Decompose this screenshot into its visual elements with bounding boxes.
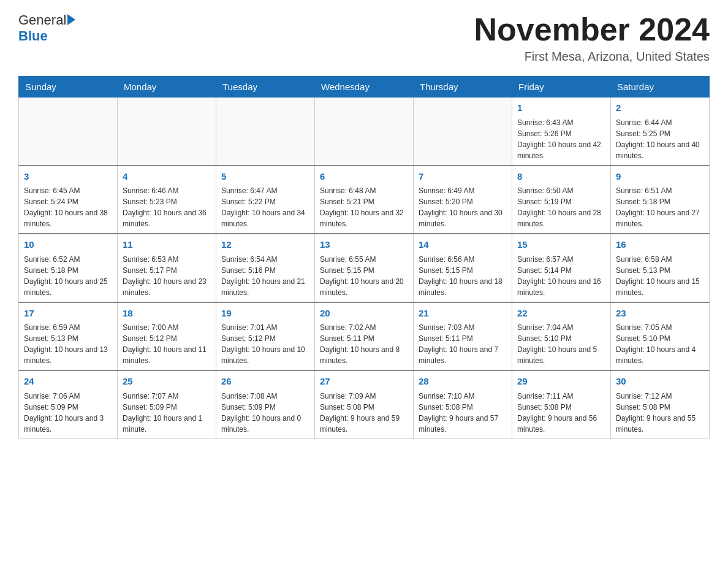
calendar-day-cell: 30Sunrise: 7:12 AM Sunset: 5:08 PM Dayli… bbox=[611, 370, 710, 439]
calendar-day-cell bbox=[414, 98, 512, 166]
calendar-header-friday: Friday bbox=[512, 77, 611, 98]
day-number: 3 bbox=[24, 170, 112, 184]
day-info: Sunrise: 6:59 AM Sunset: 5:13 PM Dayligh… bbox=[24, 322, 112, 366]
day-number: 10 bbox=[24, 238, 112, 252]
location-subtitle: First Mesa, Arizona, United States bbox=[474, 50, 710, 64]
calendar-day-cell: 28Sunrise: 7:10 AM Sunset: 5:08 PM Dayli… bbox=[414, 370, 512, 439]
day-number: 4 bbox=[123, 170, 211, 184]
calendar-day-cell: 13Sunrise: 6:55 AM Sunset: 5:15 PM Dayli… bbox=[315, 234, 414, 302]
calendar-day-cell: 23Sunrise: 7:05 AM Sunset: 5:10 PM Dayli… bbox=[611, 302, 710, 371]
day-number: 7 bbox=[419, 170, 507, 184]
day-info: Sunrise: 7:01 AM Sunset: 5:12 PM Dayligh… bbox=[221, 322, 309, 366]
calendar-day-cell: 21Sunrise: 7:03 AM Sunset: 5:11 PM Dayli… bbox=[414, 302, 512, 371]
calendar-day-cell: 17Sunrise: 6:59 AM Sunset: 5:13 PM Dayli… bbox=[19, 302, 118, 371]
day-number: 6 bbox=[320, 170, 408, 184]
day-info: Sunrise: 6:54 AM Sunset: 5:16 PM Dayligh… bbox=[221, 254, 309, 298]
day-number: 9 bbox=[616, 170, 704, 184]
day-number: 18 bbox=[123, 307, 211, 321]
calendar-day-cell: 22Sunrise: 7:04 AM Sunset: 5:10 PM Dayli… bbox=[512, 302, 611, 371]
calendar-header-tuesday: Tuesday bbox=[216, 77, 315, 98]
logo-triangle-icon bbox=[67, 14, 75, 25]
day-info: Sunrise: 6:44 AM Sunset: 5:25 PM Dayligh… bbox=[616, 117, 704, 161]
day-number: 28 bbox=[419, 375, 507, 389]
day-info: Sunrise: 7:07 AM Sunset: 5:09 PM Dayligh… bbox=[123, 391, 211, 435]
day-number: 30 bbox=[616, 375, 704, 389]
day-info: Sunrise: 7:00 AM Sunset: 5:12 PM Dayligh… bbox=[123, 322, 211, 366]
day-info: Sunrise: 7:11 AM Sunset: 5:08 PM Dayligh… bbox=[517, 391, 605, 435]
calendar-header-thursday: Thursday bbox=[414, 77, 512, 98]
day-number: 1 bbox=[517, 101, 605, 115]
calendar-header-monday: Monday bbox=[118, 77, 216, 98]
logo-blue-text: Blue bbox=[18, 28, 48, 44]
day-number: 12 bbox=[221, 238, 309, 252]
day-info: Sunrise: 6:55 AM Sunset: 5:15 PM Dayligh… bbox=[320, 254, 408, 298]
day-info: Sunrise: 7:03 AM Sunset: 5:11 PM Dayligh… bbox=[419, 322, 507, 366]
day-info: Sunrise: 6:57 AM Sunset: 5:14 PM Dayligh… bbox=[517, 254, 605, 298]
day-info: Sunrise: 6:53 AM Sunset: 5:17 PM Dayligh… bbox=[123, 254, 211, 298]
calendar-header-row: SundayMondayTuesdayWednesdayThursdayFrid… bbox=[19, 77, 710, 98]
calendar-day-cell: 3Sunrise: 6:45 AM Sunset: 5:24 PM Daylig… bbox=[19, 166, 118, 234]
day-info: Sunrise: 6:52 AM Sunset: 5:18 PM Dayligh… bbox=[24, 254, 112, 298]
calendar-day-cell: 5Sunrise: 6:47 AM Sunset: 5:22 PM Daylig… bbox=[216, 166, 315, 234]
day-info: Sunrise: 6:49 AM Sunset: 5:20 PM Dayligh… bbox=[419, 185, 507, 229]
day-number: 22 bbox=[517, 307, 605, 321]
calendar-day-cell: 10Sunrise: 6:52 AM Sunset: 5:18 PM Dayli… bbox=[19, 234, 118, 302]
day-number: 29 bbox=[517, 375, 605, 389]
day-number: 2 bbox=[616, 101, 704, 115]
day-number: 11 bbox=[123, 238, 211, 252]
day-number: 5 bbox=[221, 170, 309, 184]
calendar-day-cell: 14Sunrise: 6:56 AM Sunset: 5:15 PM Dayli… bbox=[414, 234, 512, 302]
title-section: November 2024 First Mesa, Arizona, Unite… bbox=[474, 12, 710, 64]
calendar-week-row: 1Sunrise: 6:43 AM Sunset: 5:26 PM Daylig… bbox=[19, 98, 710, 166]
calendar-day-cell: 24Sunrise: 7:06 AM Sunset: 5:09 PM Dayli… bbox=[19, 370, 118, 439]
calendar-day-cell: 8Sunrise: 6:50 AM Sunset: 5:19 PM Daylig… bbox=[512, 166, 611, 234]
month-title: November 2024 bbox=[474, 12, 710, 47]
day-info: Sunrise: 7:10 AM Sunset: 5:08 PM Dayligh… bbox=[419, 391, 507, 435]
day-info: Sunrise: 7:12 AM Sunset: 5:08 PM Dayligh… bbox=[616, 391, 704, 435]
calendar-day-cell: 19Sunrise: 7:01 AM Sunset: 5:12 PM Dayli… bbox=[216, 302, 315, 371]
day-info: Sunrise: 7:09 AM Sunset: 5:08 PM Dayligh… bbox=[320, 391, 408, 435]
calendar-day-cell: 18Sunrise: 7:00 AM Sunset: 5:12 PM Dayli… bbox=[118, 302, 216, 371]
day-info: Sunrise: 7:06 AM Sunset: 5:09 PM Dayligh… bbox=[24, 391, 112, 435]
calendar-day-cell: 16Sunrise: 6:58 AM Sunset: 5:13 PM Dayli… bbox=[611, 234, 710, 302]
calendar-day-cell: 20Sunrise: 7:02 AM Sunset: 5:11 PM Dayli… bbox=[315, 302, 414, 371]
calendar-header-sunday: Sunday bbox=[19, 77, 118, 98]
page-header: General Blue November 2024 First Mesa, A… bbox=[18, 12, 710, 64]
day-number: 20 bbox=[320, 307, 408, 321]
calendar-day-cell: 1Sunrise: 6:43 AM Sunset: 5:26 PM Daylig… bbox=[512, 98, 611, 166]
day-info: Sunrise: 7:08 AM Sunset: 5:09 PM Dayligh… bbox=[221, 391, 309, 435]
calendar-day-cell: 25Sunrise: 7:07 AM Sunset: 5:09 PM Dayli… bbox=[118, 370, 216, 439]
calendar-day-cell: 26Sunrise: 7:08 AM Sunset: 5:09 PM Dayli… bbox=[216, 370, 315, 439]
day-number: 26 bbox=[221, 375, 309, 389]
logo: General Blue bbox=[18, 12, 75, 44]
day-number: 13 bbox=[320, 238, 408, 252]
day-info: Sunrise: 7:02 AM Sunset: 5:11 PM Dayligh… bbox=[320, 322, 408, 366]
day-number: 21 bbox=[419, 307, 507, 321]
calendar-day-cell: 15Sunrise: 6:57 AM Sunset: 5:14 PM Dayli… bbox=[512, 234, 611, 302]
day-info: Sunrise: 6:56 AM Sunset: 5:15 PM Dayligh… bbox=[419, 254, 507, 298]
day-info: Sunrise: 6:58 AM Sunset: 5:13 PM Dayligh… bbox=[616, 254, 704, 298]
calendar-day-cell: 27Sunrise: 7:09 AM Sunset: 5:08 PM Dayli… bbox=[315, 370, 414, 439]
calendar-day-cell: 7Sunrise: 6:49 AM Sunset: 5:20 PM Daylig… bbox=[414, 166, 512, 234]
day-number: 17 bbox=[24, 307, 112, 321]
calendar-day-cell bbox=[315, 98, 414, 166]
calendar-day-cell bbox=[216, 98, 315, 166]
day-number: 14 bbox=[419, 238, 507, 252]
day-number: 16 bbox=[616, 238, 704, 252]
calendar-day-cell: 12Sunrise: 6:54 AM Sunset: 5:16 PM Dayli… bbox=[216, 234, 315, 302]
day-number: 19 bbox=[221, 307, 309, 321]
calendar-day-cell: 4Sunrise: 6:46 AM Sunset: 5:23 PM Daylig… bbox=[118, 166, 216, 234]
day-info: Sunrise: 7:05 AM Sunset: 5:10 PM Dayligh… bbox=[616, 322, 704, 366]
day-number: 23 bbox=[616, 307, 704, 321]
day-number: 27 bbox=[320, 375, 408, 389]
calendar-week-row: 3Sunrise: 6:45 AM Sunset: 5:24 PM Daylig… bbox=[19, 166, 710, 234]
day-info: Sunrise: 6:48 AM Sunset: 5:21 PM Dayligh… bbox=[320, 185, 408, 229]
day-info: Sunrise: 6:50 AM Sunset: 5:19 PM Dayligh… bbox=[517, 185, 605, 229]
day-info: Sunrise: 7:04 AM Sunset: 5:10 PM Dayligh… bbox=[517, 322, 605, 366]
calendar-day-cell: 2Sunrise: 6:44 AM Sunset: 5:25 PM Daylig… bbox=[611, 98, 710, 166]
logo-general-text: General bbox=[18, 12, 66, 28]
calendar-header-wednesday: Wednesday bbox=[315, 77, 414, 98]
day-info: Sunrise: 6:51 AM Sunset: 5:18 PM Dayligh… bbox=[616, 185, 704, 229]
day-info: Sunrise: 6:47 AM Sunset: 5:22 PM Dayligh… bbox=[221, 185, 309, 229]
calendar-day-cell: 9Sunrise: 6:51 AM Sunset: 5:18 PM Daylig… bbox=[611, 166, 710, 234]
